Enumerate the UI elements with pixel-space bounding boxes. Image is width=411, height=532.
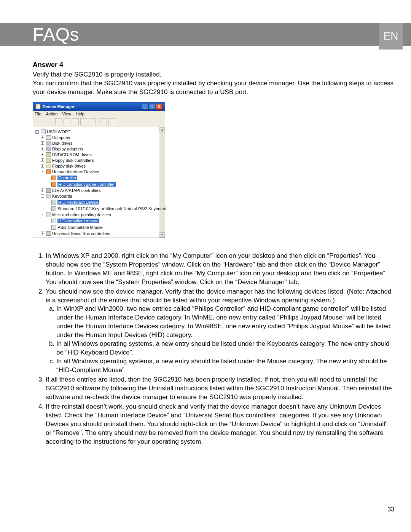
dm-app-icon: [35, 104, 41, 109]
menu-action[interactable]: Action: [46, 112, 58, 116]
usb-icon: [46, 231, 51, 236]
node-hidkbd[interactable]: HID Keyboard Device: [57, 200, 99, 204]
close-button[interactable]: X: [156, 104, 162, 110]
ide-icon: [46, 188, 51, 193]
node-hid[interactable]: Human Interface Devices: [52, 169, 99, 174]
expand-icon[interactable]: +: [41, 136, 44, 139]
node-disk[interactable]: Disk drives: [52, 141, 73, 145]
node-keyboards[interactable]: Keyboards: [52, 194, 72, 198]
hid-icon: [46, 169, 51, 174]
dm-title-text: Device Manager: [43, 104, 75, 109]
steps-list: In Windows XP and 2000, right click on t…: [33, 252, 394, 446]
hid-icon: [51, 176, 56, 180]
node-hidmouse[interactable]: HID-compliant mouse: [57, 219, 99, 223]
node-mice[interactable]: Mice and other pointing devices: [52, 212, 111, 217]
answer-heading: Answer 4: [33, 61, 394, 69]
scroll-down-icon[interactable]: ▼: [159, 232, 165, 238]
collapse-icon[interactable]: -: [41, 213, 44, 216]
toolbar-button[interactable]: [64, 118, 70, 125]
dm-menubar: File Action View Help: [33, 111, 165, 117]
expand-icon[interactable]: +: [41, 158, 44, 162]
expand-icon[interactable]: +: [41, 232, 44, 235]
menu-file[interactable]: File: [35, 112, 41, 116]
node-dvd[interactable]: DVD/CD-ROM drives: [52, 152, 92, 157]
keyboard-icon: [51, 200, 56, 204]
language-indicator: EN: [379, 23, 403, 50]
toolbar-button[interactable]: [55, 118, 62, 125]
collapse-icon[interactable]: -: [41, 194, 44, 198]
expand-icon[interactable]: +: [41, 189, 44, 192]
node-stdkbd[interactable]: Standard 101/102-Key or Microsoft Natura…: [57, 206, 166, 211]
keyboard-icon: [46, 194, 51, 198]
step-2a: In WinXP and Win2000, two new entries ca…: [56, 305, 394, 340]
toolbar-button[interactable]: [89, 118, 96, 125]
display-icon: [46, 147, 51, 151]
floppy-ctrl-icon: [46, 158, 51, 163]
node-controller[interactable]: Controller: [57, 176, 77, 180]
collapse-icon[interactable]: -: [41, 170, 44, 173]
node-display[interactable]: Display adapters: [52, 147, 83, 151]
step-1: In Windows XP and 2000, right click on t…: [46, 252, 394, 287]
expand-icon[interactable]: +: [41, 147, 44, 150]
step-2b: In all Windows operating systems, a new …: [56, 340, 394, 357]
toolbar-button[interactable]: [72, 118, 79, 125]
toolbar-button[interactable]: [100, 118, 107, 125]
device-manager-screenshot: Device Manager _ □ X File Action View He…: [33, 102, 166, 238]
node-floppyctrl[interactable]: Floppy disk controllers: [52, 158, 94, 163]
dm-tree: ▲ ▼ -USDLWORT +Computer +Disk drives +Di…: [33, 127, 165, 238]
intro-text: Verify that the SGC2910 is properly inst…: [33, 70, 394, 97]
hid-icon: [51, 182, 56, 187]
dm-titlebar: Device Manager _ □ X: [33, 102, 165, 111]
content-area: Answer 4 Verify that the SGC2910 is prop…: [33, 61, 394, 447]
menu-view[interactable]: View: [62, 112, 71, 116]
tree-root[interactable]: USDLWORT: [47, 129, 70, 134]
collapse-icon[interactable]: -: [35, 130, 39, 134]
mouse-icon: [46, 212, 51, 217]
node-ide[interactable]: IDE ATA/ATAPI controllers: [52, 188, 101, 193]
disk-icon: [46, 141, 51, 145]
scroll-up-icon[interactable]: ▲: [159, 127, 165, 133]
dm-window: Device Manager _ □ X File Action View He…: [33, 102, 165, 238]
computer-icon: [46, 135, 51, 140]
step-2: You should now see the device manager. V…: [46, 288, 394, 375]
step-2-sublist: In WinXP and Win2000, two new entries ca…: [46, 305, 394, 375]
node-ps2mouse[interactable]: PS/2 Compatible Mouse: [57, 225, 103, 230]
step-3: If all these entries are listed, then th…: [46, 375, 394, 402]
intro-line-1: Verify that the SGC2910 is properly inst…: [33, 71, 161, 78]
keyboard-icon: [51, 206, 56, 211]
header-bar: FAQs: [0, 23, 411, 46]
menu-help[interactable]: Help: [76, 112, 84, 116]
floppy-icon: [46, 164, 51, 168]
maximize-button[interactable]: □: [148, 104, 155, 110]
back-icon[interactable]: ←: [35, 119, 42, 125]
page-title: FAQs: [33, 24, 79, 45]
minimize-button[interactable]: _: [141, 104, 148, 110]
toolbar-button[interactable]: [80, 118, 87, 125]
expand-icon[interactable]: +: [41, 141, 44, 145]
intro-line-2: You can confirm that the SGC2910 was pro…: [33, 80, 393, 96]
mouse-icon: [51, 225, 56, 230]
forward-icon[interactable]: →: [44, 119, 51, 125]
node-usb[interactable]: Universal Serial Bus controllers: [52, 231, 110, 236]
expand-icon[interactable]: +: [41, 164, 44, 168]
step-2c: In all Windows operating systems, a new …: [56, 357, 394, 375]
computer-root-icon: [41, 129, 46, 134]
page-number: 33: [387, 506, 394, 513]
mouse-icon: [51, 219, 56, 223]
node-hidgame[interactable]: HID-compliant game controller: [57, 182, 116, 187]
dvd-icon: [46, 152, 51, 157]
node-computer[interactable]: Computer: [52, 135, 70, 140]
node-floppy[interactable]: Floppy disk drives: [52, 164, 86, 168]
step-2-text: You should now see the device manager. V…: [46, 288, 392, 304]
step-4: If the reinstall doesn’t work, you shoul…: [46, 403, 394, 446]
expand-icon[interactable]: +: [41, 153, 44, 156]
dm-toolbar: ← →: [33, 117, 165, 127]
toolbar-button[interactable]: [108, 118, 115, 125]
